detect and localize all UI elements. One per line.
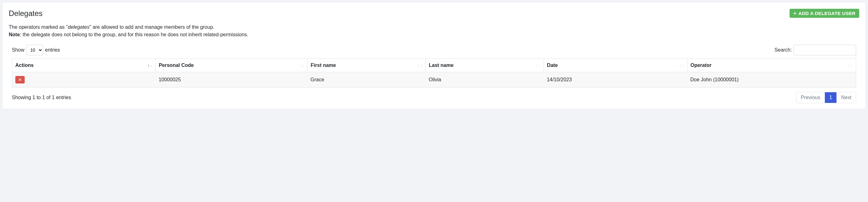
previous-button[interactable]: Previous [797, 92, 825, 103]
table-wrapper: Show 10 entries Search: Actions ↑↓ [9, 45, 859, 103]
cell-last-name: Olivia [426, 72, 544, 88]
col-personal-code[interactable]: Personal Code ↑↓ [156, 59, 307, 72]
table-controls: Show 10 entries Search: [12, 45, 856, 55]
cell-operator: Doe John (10000001) [687, 72, 856, 88]
entries-label: entries [45, 47, 60, 53]
next-button[interactable]: Next [837, 92, 856, 103]
table-footer: Showing 1 to 1 of 1 entries Previous 1 N… [12, 92, 856, 103]
col-date-label: Date [547, 62, 558, 68]
search-control: Search: [775, 45, 856, 55]
cell-personal-code: 10000025 [156, 72, 307, 88]
table-row: ✕ 10000025 Grace Olivia 14/10/2023 Doe J… [12, 72, 856, 88]
remove-delegate-button[interactable]: ✕ [15, 76, 25, 84]
delegates-panel: Delegates + ADD A DELEGATE USER The oper… [2, 2, 866, 109]
intro-line1-pre: The operators marked as " [9, 24, 68, 30]
table-header-row: Actions ↑↓ Personal Code ↑↓ First name ↑… [12, 59, 856, 72]
col-operator-label: Operator [690, 62, 712, 68]
intro-line2-rest: : the delegate does not belong to the gr… [20, 32, 248, 37]
col-operator[interactable]: Operator ↑↓ [687, 59, 856, 72]
intro-line2-strong: Note [9, 32, 20, 37]
cell-actions: ✕ [12, 72, 156, 88]
show-entries-control: Show 10 entries [12, 45, 60, 55]
entries-info: Showing 1 to 1 of 1 entries [12, 95, 71, 100]
sort-icon: ↑↓ [536, 63, 540, 67]
add-delegate-user-button[interactable]: + ADD A DELEGATE USER [789, 9, 859, 18]
sort-icon: ↑↓ [417, 63, 422, 67]
sort-icon: ↑↓ [848, 63, 853, 67]
search-input[interactable] [794, 45, 856, 55]
page-number[interactable]: 1 [825, 92, 837, 103]
search-label: Search: [775, 47, 792, 53]
col-last-name-label: Last name [429, 62, 453, 68]
pagination: Previous 1 Next [796, 92, 856, 103]
cell-first-name: Grace [307, 72, 426, 88]
close-icon: ✕ [18, 77, 22, 82]
panel-header: Delegates + ADD A DELEGATE USER [9, 9, 859, 18]
intro-text: The operators marked as "delegates" are … [9, 24, 859, 38]
col-personal-code-label: Personal Code [159, 62, 194, 68]
col-actions[interactable]: Actions ↑↓ [12, 59, 156, 72]
show-label: Show [12, 47, 24, 53]
plus-icon: + [793, 11, 797, 16]
cell-date: 14/10/2023 [544, 72, 687, 88]
intro-line1-em: delegates [68, 24, 89, 30]
page-size-select[interactable]: 10 [26, 45, 43, 55]
sort-icon: ↑↓ [679, 63, 684, 67]
col-first-name-label: First name [311, 62, 336, 68]
add-button-label: ADD A DELEGATE USER [798, 11, 856, 16]
delegates-table: Actions ↑↓ Personal Code ↑↓ First name ↑… [12, 58, 856, 88]
sort-icon: ↑↓ [148, 63, 152, 67]
sort-icon: ↑↓ [299, 63, 304, 67]
col-actions-label: Actions [15, 62, 34, 68]
page-title: Delegates [9, 9, 42, 18]
col-last-name[interactable]: Last name ↑↓ [426, 59, 544, 72]
intro-line1-post: " are allowed to add and manage members … [89, 24, 214, 30]
col-first-name[interactable]: First name ↑↓ [307, 59, 426, 72]
col-date[interactable]: Date ↑↓ [544, 59, 687, 72]
